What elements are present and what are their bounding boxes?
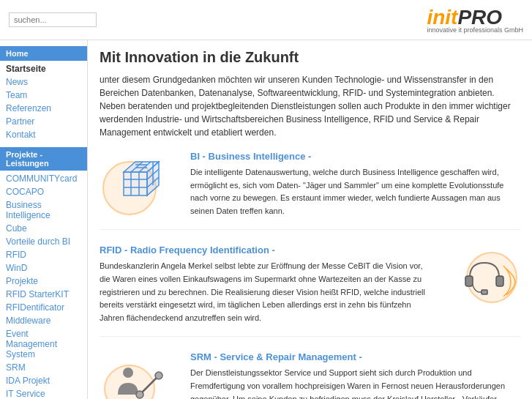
sidebar-item-ida[interactable]: IDA Projekt (0, 374, 87, 387)
sidebar-item-kontakt[interactable]: Kontakt (0, 128, 87, 141)
sidebar-item-cocapo[interactable]: COCAPO (0, 185, 87, 198)
logo-init: init (427, 6, 457, 29)
bi-text: BI - Business Intelligence - Die intelli… (190, 151, 520, 217)
sidebar-item-partner[interactable]: Partner (0, 115, 87, 128)
bi-section: BI - Business Intelligence - Die intelli… (100, 151, 520, 230)
sidebar-item-srm[interactable]: SRM (0, 361, 87, 374)
sidebar-item-referenzen[interactable]: Referenzen (0, 102, 87, 115)
rfid-title: RFID - Radio Frequency Identification - (100, 245, 430, 256)
svg-rect-1 (124, 172, 147, 195)
sidebar-item-middleware[interactable]: Middleware (0, 314, 87, 327)
srm-title: SRM - Service & Repair Management - (190, 351, 520, 362)
sidebar-item-cube[interactable]: Cube (0, 222, 87, 235)
sidebar-section-home: Home (0, 46, 87, 61)
sidebar-item-wind[interactable]: WinD (0, 261, 87, 275)
layout: Home Startseite News Team Referenzen Par… (0, 40, 532, 399)
svg-point-21 (136, 391, 143, 398)
srm-text: SRM - Service & Repair Management - Der … (190, 351, 520, 399)
logo-pro: PRO (457, 6, 502, 29)
main-content: Mit Innovation in die Zukunft unter dies… (88, 40, 532, 399)
srm-body: Der Dienstleistungssektor Service und Su… (190, 367, 520, 399)
sidebar-item-communitycard[interactable]: COMMUNITYcard (0, 172, 87, 185)
sidebar-item-vorteile-bi[interactable]: Vorteile durch BI (0, 235, 87, 248)
logo: initPRO innovative it professionals GmbH (427, 6, 523, 34)
bi-body: Die intelligente Datenauswertung, welche… (190, 166, 520, 217)
rfid-section: RFID - Radio Frequency Identification - … (100, 245, 520, 337)
logo-tagline: innovative it professionals GmbH (427, 26, 523, 34)
sidebar-item-rfidentificator[interactable]: RFIDentificator (0, 301, 87, 314)
rfid-image (440, 245, 520, 310)
sidebar-item-news[interactable]: News (0, 75, 87, 89)
bi-title: BI - Business Intelligence - (190, 151, 520, 162)
main-intro-text: unter diesem Grundgedanken möchten wir u… (100, 73, 520, 139)
sidebar-item-projekte[interactable]: Projekte (0, 275, 87, 288)
rfid-body: Bundeskanzlerin Angela Merkel selbst leb… (100, 260, 430, 324)
srm-section: SRM - Service & Repair Management - Der … (100, 351, 520, 399)
sidebar-item-rfid[interactable]: RFID (0, 248, 87, 261)
sidebar-section-projects: Projekte - Leistungen (0, 147, 87, 171)
sidebar-item-startseite[interactable]: Startseite (0, 62, 87, 75)
sidebar-item-rfid-starterkit[interactable]: RFID StarterKIT (0, 288, 87, 301)
svg-point-22 (155, 372, 162, 379)
sidebar-item-team[interactable]: Team (0, 89, 87, 102)
svg-rect-18 (482, 290, 487, 294)
page-title: Mit Innovation in die Zukunft (100, 49, 520, 66)
sidebar-item-event-mgmt[interactable]: Event Management System (0, 327, 87, 361)
svg-rect-17 (496, 276, 503, 286)
svg-rect-16 (465, 276, 473, 286)
srm-image (100, 351, 180, 399)
sidebar: Home Startseite News Team Referenzen Par… (0, 40, 88, 399)
rfid-text: RFID - Radio Frequency Identification - … (100, 245, 430, 324)
sidebar-item-it-service[interactable]: IT Service (0, 387, 87, 399)
search-input[interactable] (9, 12, 97, 27)
sidebar-item-business-intelligence[interactable]: Business Intelligence (0, 198, 87, 222)
svg-point-15 (467, 253, 517, 302)
header: initPRO innovative it professionals GmbH (0, 0, 532, 40)
bi-image (100, 151, 180, 217)
svg-point-20 (123, 368, 133, 378)
